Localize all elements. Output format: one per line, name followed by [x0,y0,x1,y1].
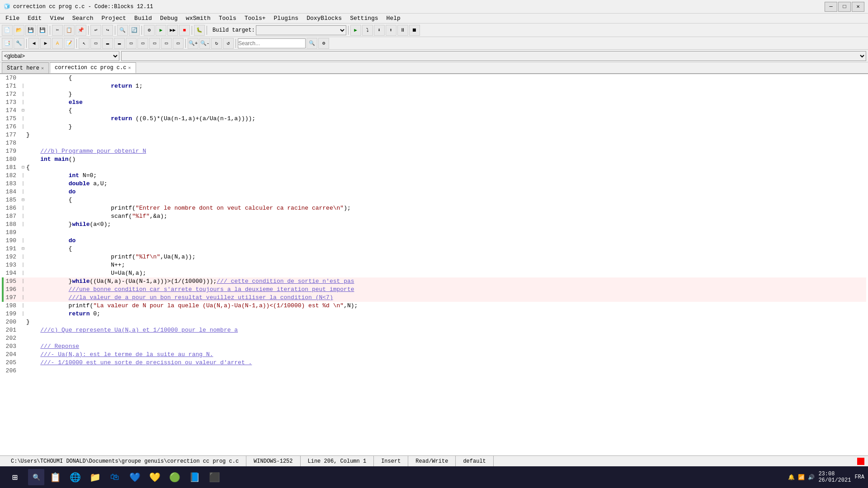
tab-start-here-close[interactable]: ✕ [41,66,44,71]
search-input[interactable] [238,38,306,48]
tb2-btn11[interactable]: ▭ [137,38,148,49]
taskbar-explorer[interactable]: 📁 [86,468,104,486]
tab-correction-cc-close[interactable]: ✕ [128,65,131,70]
debug-stop-button[interactable]: ⏹ [409,25,420,36]
menu-item-search[interactable]: Search [69,14,97,23]
taskbar-tiles[interactable]: ⬛ [205,468,223,486]
debug-button[interactable]: 🐛 [194,25,205,36]
tb2-rect[interactable]: ▭ [90,38,101,49]
debug-pause-button[interactable]: ⏸ [397,25,408,36]
tb2-select[interactable]: ↖ [79,38,90,49]
tb2-btn8[interactable]: ▬ [102,38,113,49]
taskbar-vscode[interactable]: 💙 [126,468,144,486]
menu-item-doxyblocks[interactable]: DoxyBlocks [303,14,345,23]
menu-item-debug[interactable]: Debug [156,14,181,23]
code-line-185: 185⊟ { [2,196,866,204]
menu-item-edit[interactable]: Edit [24,14,45,23]
code-editor[interactable]: 170 {171| return 1;172| }173| else174⊟ {… [0,74,868,455]
search-options-button[interactable]: ⚙ [318,38,329,49]
tab-start-here[interactable]: Start here ✕ [2,62,49,73]
tb2-zoom-in[interactable]: 🔍+ [188,38,198,49]
fold-171: | [20,82,26,90]
taskbar-taskview[interactable]: 📋 [46,468,64,486]
code-content-175: return ((0.5)*(Ua(n-1,a)+(a/Ua(n-1,a))))… [26,115,866,123]
tb2-btn9[interactable]: ▬ [114,38,125,49]
menu-item-plugins[interactable]: Plugins [270,14,302,23]
open-button[interactable]: 📂 [14,25,24,36]
status-encoding: WINDOWS-1252 [246,456,300,466]
step-out-button[interactable]: ⬆ [386,25,396,36]
taskbar-edge[interactable]: 🌐 [66,468,84,486]
start-button[interactable]: ⊞ [4,468,26,486]
menu-item-wxsmith[interactable]: wxSmith [182,14,214,23]
step-over-button[interactable]: ⤵ [362,25,373,36]
tb2-refresh[interactable]: ↺ [223,38,234,49]
tb2-btn14[interactable]: ▭ [173,38,184,49]
status-mode: Insert [374,456,408,466]
taskbar-sass[interactable]: 💛 [146,468,164,486]
cut-button[interactable]: ✂ [52,25,63,36]
redo-button[interactable]: ↪ [102,25,113,36]
maximize-button[interactable]: □ [838,2,851,12]
separator6 [207,26,207,35]
copy-button[interactable]: 📋 [64,25,75,36]
sep-t2c [185,39,186,48]
stop-button[interactable]: ■ [179,25,190,36]
tb2-btn5[interactable]: 📝 [64,38,75,49]
scope-function-select[interactable] [121,51,866,61]
tb2-rotate[interactable]: ↻ [211,38,222,49]
status-filepath: C:\Users\TCHOUMI DONALD\Documents\groupe… [4,456,246,466]
undo-button[interactable]: ↩ [90,25,101,36]
menu-item-build[interactable]: Build [131,14,156,23]
fold-181[interactable]: ⊟ [20,164,26,172]
code-line-196: 196| ///une bonne condition car s'arrete… [2,286,866,294]
save-all-button[interactable]: 💾 [37,25,48,36]
taskbar-search[interactable]: 🔍 [28,469,44,485]
fold-185[interactable]: ⊟ [20,196,26,204]
find-button[interactable]: 🔍 [117,25,128,36]
code-line-187: 187| scanf("%lf",&a); [2,212,866,221]
taskbar-word[interactable]: 📘 [185,468,203,486]
tb2-zoom-out[interactable]: 🔍- [199,38,210,49]
tb2-btn13[interactable]: ▭ [161,38,172,49]
search-go-button[interactable]: 🔍 [307,38,317,49]
tb2-highlight[interactable]: A [52,38,63,49]
replace-button[interactable]: 🔄 [129,25,140,36]
new-button[interactable]: 📄 [2,25,13,36]
tb2-btn1[interactable]: 📑 [2,38,13,49]
line-number-192: 192 [2,253,20,261]
code-content-199: return 0; [26,310,866,318]
fold-191[interactable]: ⊟ [20,245,26,253]
tb2-btn2[interactable]: 🔧 [14,38,24,49]
debug-run-button[interactable]: ▶ [350,25,361,36]
close-button[interactable]: ✕ [852,2,864,12]
menu-item-file[interactable]: File [2,14,23,23]
taskbar-store[interactable]: 🛍 [106,468,124,486]
scope-global-select[interactable]: <global> [2,51,119,61]
taskbar-codeblocks[interactable]: 🟢 [165,468,184,486]
menu-item-settings[interactable]: Settings [346,14,382,23]
build-target-select[interactable] [256,25,346,35]
line-number-184: 184 [2,188,20,196]
run-button[interactable]: ▶ [156,25,166,36]
minimize-button[interactable]: — [825,2,837,12]
build-button[interactable]: ⚙ [144,25,155,36]
line-number-190: 190 [2,237,20,245]
tab-correction-cc[interactable]: correction cc prog c.c ✕ [50,62,136,73]
menu-item-tools[interactable]: Tools [215,14,240,23]
build-run-button[interactable]: ▶▶ [167,25,178,36]
tb2-forward[interactable]: ▶ [40,38,51,49]
fold-190: | [20,237,26,245]
tb2-back[interactable]: ◀ [28,38,39,49]
menu-item-help[interactable]: Help [383,14,404,23]
menu-item-view[interactable]: View [46,14,67,23]
step-into-button[interactable]: ⬇ [374,25,385,36]
fold-174[interactable]: ⊟ [20,107,26,115]
paste-button[interactable]: 📌 [75,25,86,36]
tb2-btn10[interactable]: ▭ [126,38,137,49]
taskbar-language: FRA [854,474,864,480]
menu-item-tools-[interactable]: Tools+ [241,14,269,23]
menu-item-project[interactable]: Project [98,14,130,23]
save-button[interactable]: 💾 [25,25,36,36]
tb2-btn12[interactable]: ▭ [149,38,160,49]
